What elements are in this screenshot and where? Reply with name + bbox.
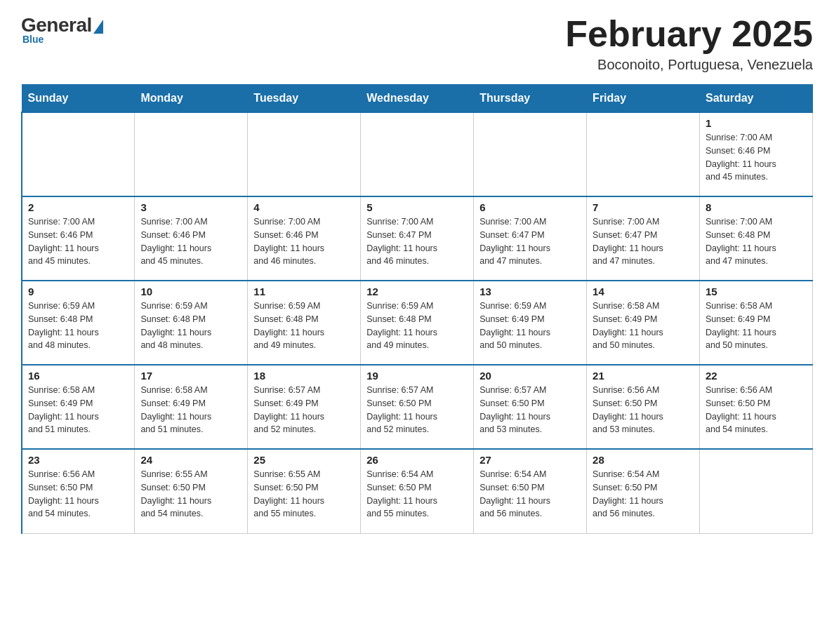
calendar-cell: 7Sunrise: 7:00 AMSunset: 6:47 PMDaylight… (587, 196, 700, 281)
logo: General Blue (21, 14, 103, 45)
day-number: 11 (253, 286, 355, 297)
day-number: 17 (140, 370, 241, 382)
calendar-cell (474, 112, 587, 196)
calendar-body: 1Sunrise: 7:00 AMSunset: 6:46 PMDaylight… (22, 112, 813, 533)
header: General Blue February 2025 Boconoito, Po… (21, 14, 813, 73)
day-number: 13 (479, 286, 581, 297)
calendar-cell (22, 112, 135, 196)
day-info: Sunrise: 7:00 AMSunset: 6:46 PMDaylight:… (140, 215, 241, 268)
calendar-week-row: 1Sunrise: 7:00 AMSunset: 6:46 PMDaylight… (22, 112, 813, 196)
location-text: Boconoito, Portuguesa, Venezuela (565, 57, 813, 73)
day-number: 10 (140, 286, 241, 297)
day-number: 2 (28, 201, 128, 213)
day-number: 26 (366, 454, 468, 466)
day-info: Sunrise: 6:57 AMSunset: 6:49 PMDaylight:… (253, 384, 355, 436)
day-number: 19 (366, 370, 468, 382)
calendar-cell: 22Sunrise: 6:56 AMSunset: 6:50 PMDayligh… (700, 365, 813, 449)
calendar-cell: 25Sunrise: 6:55 AMSunset: 6:50 PMDayligh… (248, 449, 361, 533)
day-number: 3 (140, 201, 241, 213)
weekday-header-thursday: Thursday (474, 85, 587, 113)
calendar-cell: 17Sunrise: 6:58 AMSunset: 6:49 PMDayligh… (135, 365, 248, 449)
day-info: Sunrise: 7:00 AMSunset: 6:46 PMDaylight:… (253, 215, 355, 268)
calendar-cell: 19Sunrise: 6:57 AMSunset: 6:50 PMDayligh… (361, 365, 474, 449)
day-info: Sunrise: 6:55 AMSunset: 6:50 PMDaylight:… (253, 468, 355, 521)
day-number: 23 (28, 454, 128, 466)
calendar-cell: 27Sunrise: 6:54 AMSunset: 6:50 PMDayligh… (474, 449, 587, 533)
weekday-header-row: SundayMondayTuesdayWednesdayThursdayFrid… (22, 85, 813, 113)
day-info: Sunrise: 7:00 AMSunset: 6:47 PMDaylight:… (593, 215, 694, 268)
logo-blue-text: Blue (22, 34, 44, 45)
calendar-cell: 4Sunrise: 7:00 AMSunset: 6:46 PMDaylight… (248, 196, 361, 281)
calendar-header: SundayMondayTuesdayWednesdayThursdayFrid… (22, 85, 813, 113)
day-number: 21 (593, 370, 694, 382)
day-number: 5 (366, 201, 468, 213)
calendar-cell (248, 112, 361, 196)
calendar-week-row: 16Sunrise: 6:58 AMSunset: 6:49 PMDayligh… (22, 365, 813, 449)
day-info: Sunrise: 6:57 AMSunset: 6:50 PMDaylight:… (479, 384, 581, 436)
calendar-cell: 9Sunrise: 6:59 AMSunset: 6:48 PMDaylight… (22, 281, 135, 365)
day-info: Sunrise: 7:00 AMSunset: 6:46 PMDaylight:… (706, 131, 807, 184)
day-info: Sunrise: 6:59 AMSunset: 6:48 PMDaylight:… (366, 300, 468, 352)
day-info: Sunrise: 6:55 AMSunset: 6:50 PMDaylight:… (140, 468, 241, 521)
day-number: 16 (28, 370, 128, 382)
calendar-cell: 11Sunrise: 6:59 AMSunset: 6:48 PMDayligh… (248, 281, 361, 365)
calendar-cell: 3Sunrise: 7:00 AMSunset: 6:46 PMDaylight… (135, 196, 248, 281)
calendar-cell: 2Sunrise: 7:00 AMSunset: 6:46 PMDaylight… (22, 196, 135, 281)
day-info: Sunrise: 6:56 AMSunset: 6:50 PMDaylight:… (28, 468, 128, 521)
day-info: Sunrise: 6:59 AMSunset: 6:48 PMDaylight:… (253, 300, 355, 352)
month-title: February 2025 (565, 14, 813, 54)
calendar-cell: 28Sunrise: 6:54 AMSunset: 6:50 PMDayligh… (587, 449, 700, 533)
day-info: Sunrise: 7:00 AMSunset: 6:47 PMDaylight:… (366, 215, 468, 268)
calendar-cell (361, 112, 474, 196)
day-number: 15 (706, 286, 807, 297)
day-info: Sunrise: 6:54 AMSunset: 6:50 PMDaylight:… (479, 468, 581, 521)
calendar-cell (700, 449, 813, 533)
calendar-cell: 14Sunrise: 6:58 AMSunset: 6:49 PMDayligh… (587, 281, 700, 365)
weekday-header-sunday: Sunday (22, 85, 135, 113)
calendar-cell: 5Sunrise: 7:00 AMSunset: 6:47 PMDaylight… (361, 196, 474, 281)
day-info: Sunrise: 6:59 AMSunset: 6:49 PMDaylight:… (479, 300, 581, 352)
day-number: 12 (366, 286, 468, 297)
title-area: February 2025 Boconoito, Portuguesa, Ven… (565, 14, 813, 73)
day-info: Sunrise: 6:56 AMSunset: 6:50 PMDaylight:… (706, 384, 807, 436)
day-number: 20 (479, 370, 581, 382)
day-info: Sunrise: 7:00 AMSunset: 6:47 PMDaylight:… (479, 215, 581, 268)
calendar-cell: 6Sunrise: 7:00 AMSunset: 6:47 PMDaylight… (474, 196, 587, 281)
calendar-week-row: 23Sunrise: 6:56 AMSunset: 6:50 PMDayligh… (22, 449, 813, 533)
day-number: 7 (593, 201, 694, 213)
calendar-cell: 20Sunrise: 6:57 AMSunset: 6:50 PMDayligh… (474, 365, 587, 449)
day-number: 25 (253, 454, 355, 466)
calendar-cell: 8Sunrise: 7:00 AMSunset: 6:48 PMDaylight… (700, 196, 813, 281)
day-number: 28 (593, 454, 694, 466)
calendar-cell: 15Sunrise: 6:58 AMSunset: 6:49 PMDayligh… (700, 281, 813, 365)
logo-triangle-icon (93, 20, 103, 34)
calendar-cell: 12Sunrise: 6:59 AMSunset: 6:48 PMDayligh… (361, 281, 474, 365)
weekday-header-wednesday: Wednesday (361, 85, 474, 113)
weekday-header-saturday: Saturday (700, 85, 813, 113)
day-number: 9 (28, 286, 128, 297)
calendar-table: SundayMondayTuesdayWednesdayThursdayFrid… (21, 84, 813, 534)
day-info: Sunrise: 6:54 AMSunset: 6:50 PMDaylight:… (366, 468, 468, 521)
day-number: 18 (253, 370, 355, 382)
day-info: Sunrise: 7:00 AMSunset: 6:48 PMDaylight:… (706, 215, 807, 268)
day-info: Sunrise: 6:56 AMSunset: 6:50 PMDaylight:… (593, 384, 694, 436)
day-info: Sunrise: 6:59 AMSunset: 6:48 PMDaylight:… (28, 300, 128, 352)
day-info: Sunrise: 6:58 AMSunset: 6:49 PMDaylight:… (140, 384, 241, 436)
day-number: 6 (479, 201, 581, 213)
day-number: 14 (593, 286, 694, 297)
day-info: Sunrise: 6:54 AMSunset: 6:50 PMDaylight:… (593, 468, 694, 521)
weekday-header-friday: Friday (587, 85, 700, 113)
calendar-cell (135, 112, 248, 196)
day-info: Sunrise: 6:57 AMSunset: 6:50 PMDaylight:… (366, 384, 468, 436)
calendar-cell: 18Sunrise: 6:57 AMSunset: 6:49 PMDayligh… (248, 365, 361, 449)
calendar-cell: 21Sunrise: 6:56 AMSunset: 6:50 PMDayligh… (587, 365, 700, 449)
day-info: Sunrise: 7:00 AMSunset: 6:46 PMDaylight:… (28, 215, 128, 268)
calendar-cell: 1Sunrise: 7:00 AMSunset: 6:46 PMDaylight… (700, 112, 813, 196)
calendar-cell: 16Sunrise: 6:58 AMSunset: 6:49 PMDayligh… (22, 365, 135, 449)
calendar-cell: 10Sunrise: 6:59 AMSunset: 6:48 PMDayligh… (135, 281, 248, 365)
weekday-header-monday: Monday (135, 85, 248, 113)
weekday-header-tuesday: Tuesday (248, 85, 361, 113)
day-info: Sunrise: 6:58 AMSunset: 6:49 PMDaylight:… (593, 300, 694, 352)
day-info: Sunrise: 6:59 AMSunset: 6:48 PMDaylight:… (140, 300, 241, 352)
calendar-cell: 13Sunrise: 6:59 AMSunset: 6:49 PMDayligh… (474, 281, 587, 365)
